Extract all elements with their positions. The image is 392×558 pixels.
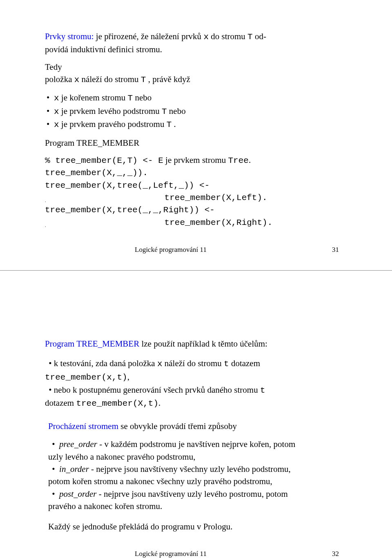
intro-line1: Prvky stromu: je přirozené, že náležení … bbox=[45, 31, 347, 43]
post-order: • post_order - nejprve jsou navštíveny u… bbox=[48, 488, 347, 500]
uses-intro: Program TREE_MEMBER lze použít například… bbox=[45, 338, 347, 349]
text: . bbox=[172, 119, 176, 129]
text: nebo k postupnému generování všech prvků… bbox=[52, 385, 260, 395]
cond-left: x je prvkem levého podstromu T nebo bbox=[45, 105, 347, 118]
text: dotazem bbox=[45, 398, 76, 408]
code-T: T bbox=[141, 75, 146, 84]
code-line-3: tree_member(X,tree(_,Left,_)) <- bbox=[45, 180, 347, 191]
order-name: pree_order bbox=[59, 439, 97, 449]
uses-block: • k testování, zda daná položka x náleží… bbox=[45, 358, 347, 409]
text: je prvkem pravého podstromu bbox=[59, 119, 167, 129]
text: . bbox=[158, 398, 160, 408]
order-name: post_order bbox=[59, 489, 96, 499]
text: lze použít například k těmto účelům: bbox=[139, 339, 267, 349]
text: dotazem bbox=[229, 358, 260, 368]
lead-prvky-stromu: Prvky stromu: bbox=[45, 31, 94, 41]
use-test: • k testování, zda daná položka x náleží… bbox=[45, 358, 347, 370]
text: je prvkem stromu bbox=[163, 155, 228, 165]
traversal-intro: Procházení stromem se obvykle provádí tř… bbox=[48, 420, 347, 432]
code-E: E bbox=[158, 156, 163, 165]
code-T: T bbox=[247, 32, 253, 42]
footer-title: Logické programování 11 bbox=[135, 246, 207, 254]
code-t: t bbox=[260, 386, 265, 395]
program-title: Program TREE_MEMBER bbox=[45, 137, 347, 149]
text: je prvkem levého podstromu bbox=[59, 106, 162, 116]
lead-program: Program TREE_MEMBER bbox=[45, 339, 139, 349]
code-T: T bbox=[167, 120, 172, 129]
cond-right: x je prvkem pravého podstromu T . bbox=[45, 118, 347, 131]
text: , právě když bbox=[146, 74, 190, 84]
slide-31: Prvky stromu: je přirozené, že náležení … bbox=[0, 0, 392, 270]
cond-root: x je kořenem stromu T nebo bbox=[45, 91, 347, 104]
code-x: x bbox=[54, 107, 59, 116]
order-name: in_order bbox=[59, 464, 89, 474]
lead-traversal: Procházení stromem bbox=[48, 421, 118, 431]
text: do stromu bbox=[209, 31, 247, 41]
pree-order-line2: uzly levého a nakonec pravého podstromu, bbox=[48, 451, 347, 462]
use-gen-line2: dotazem tree_member(X,t). bbox=[45, 397, 347, 409]
code-T: T bbox=[162, 107, 167, 116]
text: tree_member(X,Right). bbox=[46, 218, 273, 227]
comma: , bbox=[127, 372, 129, 382]
text: - nejprve jsou navštíveny všechny uzly l… bbox=[89, 464, 291, 474]
code-Tree: Tree bbox=[228, 156, 249, 165]
code-t: t bbox=[224, 359, 229, 369]
text: náleží do stromu bbox=[163, 358, 224, 368]
footer-title: Logické programování 11 bbox=[135, 550, 207, 558]
code-x: x bbox=[157, 359, 163, 369]
code-x: x bbox=[203, 32, 209, 42]
in-order-line2: potom kořen stromu a nakonec všechny uzl… bbox=[48, 476, 347, 487]
code-x: x bbox=[54, 120, 59, 129]
text: tree_member(X,Left). bbox=[46, 193, 267, 202]
code-line-5: tree_member(X,tree(_,_,Right)) <- bbox=[45, 205, 347, 216]
code-call: tree_member(X,t) bbox=[76, 399, 158, 408]
polozka-line: položka x náleží do stromu T , právě kdy… bbox=[45, 73, 347, 86]
tedy-line: Tedy bbox=[45, 61, 347, 73]
code-x: x bbox=[74, 75, 80, 84]
code-T: T bbox=[128, 93, 133, 103]
footer-page: 32 bbox=[332, 550, 339, 558]
text: - nejprve jsou navštíveny uzly levého po… bbox=[97, 489, 288, 499]
translate-note: Každý se jednoduše překládá do programu … bbox=[48, 521, 347, 532]
code-call: tree_member(x,t) bbox=[45, 373, 127, 382]
text: nebo bbox=[167, 106, 186, 116]
slide-footer: Logické programování 11 32 bbox=[45, 550, 347, 558]
text: nebo bbox=[133, 93, 151, 102]
text: . bbox=[249, 155, 251, 165]
conditions-list: x je kořenem stromu T nebo x je prvkem l… bbox=[45, 91, 347, 131]
code-line-4: . tree_member(X,Left). bbox=[45, 192, 347, 204]
pree-order: • pree_order - v každém podstromu je nav… bbox=[48, 438, 347, 450]
intro-line2: povídá induktivní definici stromu. bbox=[45, 44, 347, 55]
code-comment: % tree_member(E,T) <- E je prvkem stromu… bbox=[45, 154, 347, 167]
text: náleží do stromu bbox=[79, 74, 140, 84]
text: k testování, zda daná položka bbox=[52, 358, 157, 368]
text: od- bbox=[253, 31, 266, 41]
post-order-line2: pravého a nakonec kořen stromu. bbox=[48, 500, 347, 512]
code-line-6: . tree_member(X,Right). bbox=[45, 217, 347, 229]
orders-block: • pree_order - v každém podstromu je nav… bbox=[48, 438, 347, 512]
slide-footer: Logické programování 11 31 bbox=[45, 246, 347, 254]
slide-32: Program TREE_MEMBER lze použít například… bbox=[0, 271, 392, 558]
text: - v každém podstromu je navštíven nejprv… bbox=[97, 439, 295, 449]
in-order: • in_order - nejprve jsou navštíveny vše… bbox=[48, 463, 347, 475]
text: položka bbox=[45, 74, 74, 84]
code-x: x bbox=[54, 93, 59, 103]
footer-page: 31 bbox=[332, 246, 339, 254]
code-line-2: tree_member(X,_,_)). bbox=[45, 167, 347, 179]
text: je kořenem stromu bbox=[59, 93, 128, 102]
use-gen: • nebo k postupnému generování všech prv… bbox=[45, 384, 347, 396]
text: % tree_member(E,T) <- bbox=[45, 156, 158, 165]
use-test-line2: tree_member(x,t), bbox=[45, 371, 347, 383]
text: je přirozené, že náležení prvků bbox=[94, 31, 204, 41]
text: se obvykle provádí třemi způsoby bbox=[118, 421, 237, 431]
